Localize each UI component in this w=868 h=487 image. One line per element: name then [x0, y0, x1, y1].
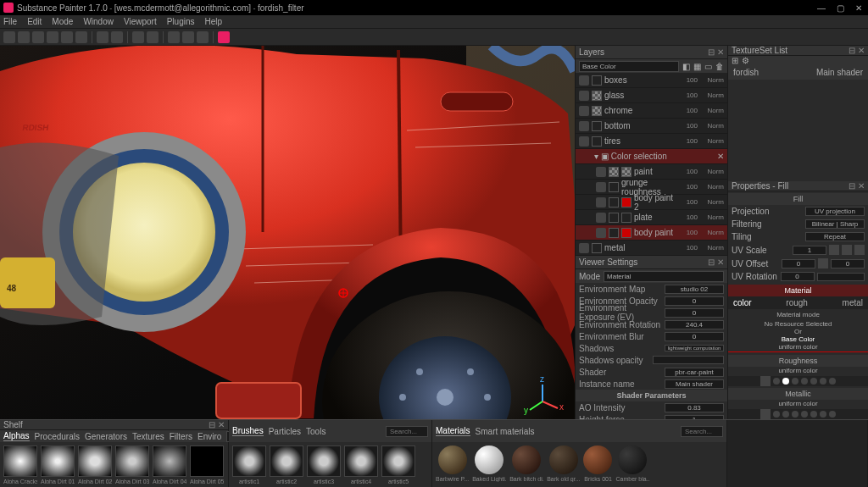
tab-metal[interactable]: metal	[843, 298, 863, 307]
shadows-opacity-slider[interactable]	[653, 356, 725, 364]
shelf-alpha-item[interactable]: Alpha Dirt 04	[153, 445, 186, 484]
mode-dropdown[interactable]: Material	[604, 271, 724, 282]
filtering-field[interactable]: Bilinear | Sharp	[805, 219, 865, 229]
uvscale-field[interactable]: 1	[793, 246, 826, 255]
panel-close-icon[interactable]: ⊟ ✕	[849, 181, 865, 191]
visibility-icon[interactable]	[579, 91, 589, 101]
menu-viewport[interactable]: Viewport	[124, 17, 157, 26]
tool-smudge-icon[interactable]	[61, 31, 73, 43]
shader-field[interactable]: pbr-car-paint	[665, 368, 724, 377]
shelf-tab-smartmaterials[interactable]: Smart materials	[476, 427, 535, 436]
layer-row[interactable]: tires100Norm	[576, 134, 727, 149]
layer-row[interactable]: bottom100Norm	[576, 119, 727, 134]
shelf-material-item[interactable]: Bricks 001	[583, 445, 612, 484]
layer-row-selected[interactable]: body paint100Norm	[576, 225, 727, 241]
uvoffset-field[interactable]: 0	[782, 259, 815, 268]
close-button[interactable]: ✕	[853, 3, 865, 13]
shelf-search[interactable]	[386, 426, 428, 437]
uvrot-field[interactable]: 0	[781, 272, 815, 281]
tool-eraser-icon[interactable]	[18, 31, 30, 43]
shelf-brush-item[interactable]: artistic4	[344, 445, 378, 484]
shelf-tab-tools[interactable]: Tools	[306, 427, 326, 436]
shelf-brush-item[interactable]: artistic2	[270, 445, 303, 484]
shelf-tab-materials[interactable]: Materials	[436, 426, 470, 436]
menu-plugins[interactable]: Plugins	[167, 17, 195, 26]
tool-quickmask-icon[interactable]	[132, 31, 144, 43]
texset-item[interactable]: fordishMain shader	[728, 65, 868, 80]
minimize-button[interactable]: —	[815, 3, 827, 13]
shelf-tab-procedurals[interactable]: Procedurals	[35, 432, 80, 441]
shelf-brush-item[interactable]: artistic5	[381, 445, 415, 484]
tool-picker-icon[interactable]	[97, 31, 108, 43]
uvrot-slider[interactable]	[817, 273, 865, 281]
tool-bake-icon[interactable]	[147, 31, 159, 43]
close-icon[interactable]: ✕	[717, 152, 724, 161]
shelf-material-item[interactable]: Bark bitch di...	[509, 445, 543, 484]
tool-render-icon[interactable]	[218, 31, 230, 43]
env-blur-field[interactable]: 0	[665, 332, 724, 341]
color-selection-row[interactable]: ▾ ▣Color selection✕	[576, 149, 727, 164]
layer-row[interactable]: metal100Norm	[576, 241, 727, 256]
shelf-tab-filters[interactable]: Filters	[170, 432, 192, 441]
shelf-tab-enviro[interactable]: Enviro	[198, 432, 221, 441]
visibility-icon[interactable]	[579, 106, 589, 116]
base-color-swatch[interactable]	[728, 351, 868, 352]
shelf-material-item[interactable]: Bark old gr...	[547, 445, 580, 484]
tool-symmetry-icon[interactable]	[168, 31, 180, 43]
tool-camera-icon[interactable]	[182, 31, 194, 43]
tool-projection-icon[interactable]	[32, 31, 44, 43]
shelf-material-item[interactable]: Baked Lighti...	[472, 445, 506, 484]
shelf-tab-alphas[interactable]: Alphas	[3, 431, 30, 441]
tool-iray-icon[interactable]	[197, 31, 209, 43]
shelf-brush-item[interactable]: artistic1	[232, 445, 266, 484]
layer-row[interactable]: body paint 2100Norm	[576, 195, 727, 210]
shelf-alpha-item[interactable]: Alpha Dirt 03	[115, 445, 149, 484]
shelf-tab-particles[interactable]: Particles	[269, 427, 301, 436]
layer-addfill-icon[interactable]: ▦	[693, 62, 701, 71]
instance-field[interactable]: Main shader	[665, 379, 724, 389]
shelf-alpha-item[interactable]: Alpha Dirt 01	[41, 445, 75, 484]
shelf-alpha-item[interactable]: Alpha Dirt 05	[190, 445, 224, 484]
layer-delete-icon[interactable]: 🗑	[715, 62, 724, 71]
tab-color[interactable]: color	[733, 298, 752, 307]
panel-close-icon[interactable]: ⊟ ✕	[708, 257, 724, 267]
layers-close-icon[interactable]: ⊟ ✕	[708, 47, 724, 57]
tiling-field[interactable]: Repeat	[805, 232, 865, 241]
shelf-brush-item[interactable]: artistic3	[307, 445, 341, 484]
layer-row[interactable]: plate100Norm	[576, 210, 727, 225]
env-map-field[interactable]: studio 02	[665, 285, 724, 294]
channel-dropdown[interactable]: Base Color	[579, 61, 679, 72]
metallic-slider[interactable]	[728, 409, 868, 419]
menu-file[interactable]: File	[3, 17, 17, 26]
maximize-button[interactable]: ▢	[834, 3, 846, 13]
ao-field[interactable]: 0.83	[665, 403, 724, 412]
shelf-tab-brushes[interactable]: Brushes	[232, 426, 264, 436]
shelf-tab-textures[interactable]: Textures	[132, 432, 164, 441]
height-field[interactable]: 1	[665, 415, 724, 420]
shelf-material-item[interactable]: Camber bla...	[615, 445, 649, 484]
menu-mode[interactable]: Mode	[52, 17, 73, 26]
env-opacity-field[interactable]: 0	[665, 296, 724, 306]
tool-brush-icon[interactable]	[3, 31, 15, 43]
shelf-tab-generators[interactable]: Generators	[85, 432, 127, 441]
texset-menu-icon[interactable]: ⊞	[732, 56, 738, 65]
layer-row[interactable]: chrome100Norm	[576, 103, 727, 119]
tab-rough[interactable]: rough	[786, 298, 808, 307]
visibility-icon[interactable]	[579, 75, 589, 86]
visibility-icon[interactable]	[579, 243, 589, 253]
shelf-alpha-item[interactable]: Alpha Cracks	[3, 445, 37, 484]
shelf-material-item[interactable]: Barbwire P...	[436, 445, 469, 484]
layer-row[interactable]: glass100Norm	[576, 88, 727, 103]
roughness-slider[interactable]	[728, 376, 868, 386]
menu-edit[interactable]: Edit	[27, 17, 42, 26]
shelf-search[interactable]	[681, 426, 723, 437]
menu-help[interactable]: Help	[205, 17, 223, 26]
tool-select-icon[interactable]	[111, 31, 123, 43]
layer-add-icon[interactable]: ◧	[682, 62, 690, 71]
visibility-icon[interactable]	[579, 121, 589, 131]
viewport-3d[interactable]: Material	[0, 46, 575, 419]
link-icon[interactable]	[829, 245, 839, 255]
tool-fill-icon[interactable]	[47, 31, 58, 43]
layer-row[interactable]: boxes100Norm	[576, 73, 727, 88]
visibility-icon[interactable]	[579, 136, 589, 147]
